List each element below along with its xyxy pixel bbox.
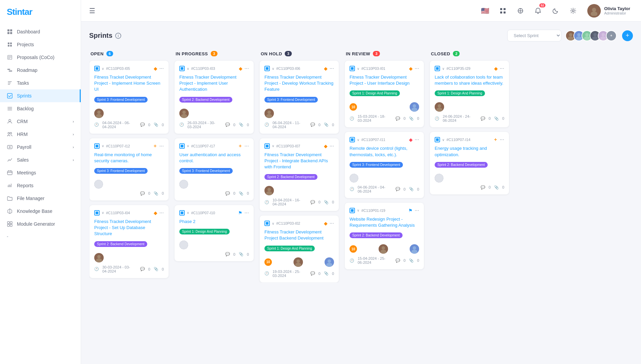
card-c5[interactable]: ∨ #C110P07-I17 ＋ ··· User authentication… — [174, 138, 254, 201]
card-c9[interactable]: ∨ #C110P03-I02 ◆ ··· Fitness Tracker Dev… — [259, 215, 339, 282]
card-c8[interactable]: ∨ #C110P03-I07 ◆ ··· Fitness Tracker Dev… — [259, 138, 339, 212]
card-checkbox[interactable] — [264, 143, 270, 149]
priority-icon: ◆ — [494, 66, 498, 71]
card-c7[interactable]: ∨ #C110P03-I06 ◆ ··· Fitness Tracker Dev… — [259, 60, 339, 134]
card-checkbox[interactable] — [264, 221, 270, 226]
card-more-button[interactable]: ··· — [159, 143, 164, 149]
sidebar-item-sprints[interactable]: Sprints — [0, 89, 81, 102]
card-c6[interactable]: ∨ #C110P07-I10 ⚑ ··· Phase 2 Sprint 1: D… — [174, 205, 254, 261]
sidebar-item-file-manager[interactable]: File Manager — [0, 192, 81, 205]
sidebar-item-dashboard[interactable]: Dashboard — [0, 25, 81, 38]
card-checkbox[interactable] — [435, 66, 440, 71]
card-c2[interactable]: ∨ #C110P07-I12 ＋ ··· Real-time monitorin… — [89, 138, 169, 201]
card-more-button[interactable]: ··· — [500, 137, 504, 143]
card-avatar — [94, 109, 104, 118]
card-more-button[interactable]: ··· — [415, 207, 419, 214]
sidebar-item-sales[interactable]: Sales › — [0, 153, 81, 166]
card-checkbox[interactable] — [264, 66, 270, 71]
language-selector[interactable]: 🇺🇸 — [479, 5, 491, 17]
svg-point-39 — [97, 111, 101, 114]
sidebar-item-backlog[interactable]: Backlog — [0, 102, 81, 115]
card-date: 24-06-2024 - 24-06-2024 — [443, 114, 475, 122]
card-id: #C110P03-I05 — [106, 66, 152, 71]
sales-icon — [7, 157, 13, 163]
card-checkbox[interactable] — [94, 66, 100, 71]
menu-toggle-button[interactable]: ☰ — [89, 7, 95, 15]
sidebar-item-roadmap[interactable]: Roadmap — [0, 64, 81, 77]
card-checkbox[interactable] — [350, 137, 355, 142]
svg-point-26 — [572, 10, 574, 12]
card-more-button[interactable]: ··· — [245, 210, 249, 216]
card-more-button[interactable]: ··· — [245, 143, 249, 149]
card-more-button[interactable]: ··· — [415, 65, 419, 72]
svg-point-27 — [592, 8, 596, 12]
apps-grid-button[interactable] — [497, 5, 509, 17]
card-c14[interactable]: ∨ #C110P07-I14 ＋ ··· Energy usage tracki… — [430, 132, 509, 194]
card-checkbox[interactable] — [179, 66, 185, 71]
card-c12[interactable]: ∨ #C110P01-I19 ⚑ ··· Website Redesign Pr… — [344, 202, 424, 270]
card-checkbox[interactable] — [179, 210, 185, 216]
card-c11[interactable]: ∨ #C110P07-I11 ◆ ··· Remote device contr… — [344, 132, 424, 198]
sidebar-item-meetings[interactable]: Meetings — [0, 166, 81, 179]
card-more-button[interactable]: ··· — [415, 137, 419, 143]
card-checkbox[interactable] — [179, 143, 185, 149]
card-c4[interactable]: ∨ #C110P03-I03 ◆ ··· Fitness Tracker Dev… — [174, 60, 254, 134]
sidebar-item-label: Sprints — [17, 93, 32, 99]
svg-point-60 — [436, 108, 442, 112]
card-more-button[interactable]: ··· — [330, 65, 334, 72]
card-c10[interactable]: ∨ #C110P03-I01 ◆ ··· Fitness Tracker Dev… — [344, 60, 424, 128]
notification-button[interactable]: 52 — [532, 5, 544, 17]
sidebar-item-reports[interactable]: Reports — [0, 179, 81, 192]
flag-icon: 🇺🇸 — [481, 7, 489, 15]
card-c1[interactable]: ∨ #C110P03-I05 ◆ ··· Fitness Tracket Dev… — [89, 60, 169, 134]
card-checkbox[interactable] — [94, 143, 100, 149]
svg-point-47 — [267, 188, 271, 191]
card-more-button[interactable]: ··· — [159, 210, 164, 216]
card-c3[interactable]: ∨ #C110P03-I04 ◆ ··· Fitness Tracket Dev… — [89, 205, 169, 278]
card-more-button[interactable]: ··· — [330, 143, 334, 149]
card-checkbox[interactable] — [435, 137, 440, 142]
grid-icon — [500, 8, 506, 14]
card-more-button[interactable]: ··· — [330, 220, 334, 226]
sidebar-item-label: Backlog — [17, 106, 34, 111]
card-more-button[interactable]: ··· — [500, 65, 504, 72]
sidebar-item-more[interactable]: - — [0, 230, 81, 243]
sidebar-item-hrm[interactable]: HRM › — [0, 128, 81, 141]
proposals-icon — [7, 54, 13, 60]
settings-button[interactable] — [567, 5, 579, 17]
story-points-badge: 10 — [264, 258, 272, 266]
attachment-icon: 📎 — [154, 122, 158, 127]
sidebar-item-payroll[interactable]: Payroll › — [0, 141, 81, 153]
card-title: Real-time monitoring of home security ca… — [94, 152, 164, 164]
card-more-button[interactable]: ··· — [245, 65, 249, 72]
header: ☰ 🇺🇸 52 — [81, 0, 641, 22]
sidebar-item-crm[interactable]: CRM › — [0, 115, 81, 128]
dark-mode-button[interactable] — [549, 5, 562, 17]
svg-point-25 — [520, 10, 521, 11]
user-profile[interactable]: Olivia Taylor Administrator — [585, 3, 633, 19]
info-icon[interactable]: i — [115, 33, 121, 39]
sidebar-item-module-generator[interactable]: Module Generator — [0, 218, 81, 230]
card-id: #C110P35-I29 — [446, 66, 492, 71]
priority-icon: ＋ — [238, 143, 242, 149]
sidebar-item-projects[interactable]: Projects — [0, 38, 81, 51]
svg-point-31 — [577, 33, 581, 36]
add-sprint-button[interactable]: + — [622, 30, 633, 41]
app-logo: Stintar — [7, 7, 74, 17]
priority-icon: ◆ — [409, 66, 413, 71]
card-checkbox[interactable] — [94, 210, 100, 216]
card-checkbox[interactable] — [350, 208, 355, 213]
sidebar-item-proposals[interactable]: Proposals (CoCo) — [0, 51, 81, 64]
sprint-tag: Sprint 2: Backend Development — [94, 241, 147, 247]
sidebar-item-knowledge-base[interactable]: Knowledge Base — [0, 205, 81, 218]
sidebar-item-tasks[interactable]: Tasks — [0, 77, 81, 89]
card-more-button[interactable]: ··· — [159, 65, 164, 72]
clock-icon: 🕐 — [350, 116, 354, 121]
sprint-tag: Sprint 2: Backend Development — [264, 174, 317, 180]
card-checkbox[interactable] — [350, 66, 355, 71]
hrm-icon — [7, 131, 13, 137]
sprint-select[interactable]: Select Sprint — [507, 30, 561, 41]
card-c13[interactable]: ∨ #C110P35-I29 ◆ ··· Lack of collaborati… — [430, 60, 509, 128]
crosshair-button[interactable] — [514, 5, 527, 17]
attachment-icon: 📎 — [239, 122, 243, 127]
